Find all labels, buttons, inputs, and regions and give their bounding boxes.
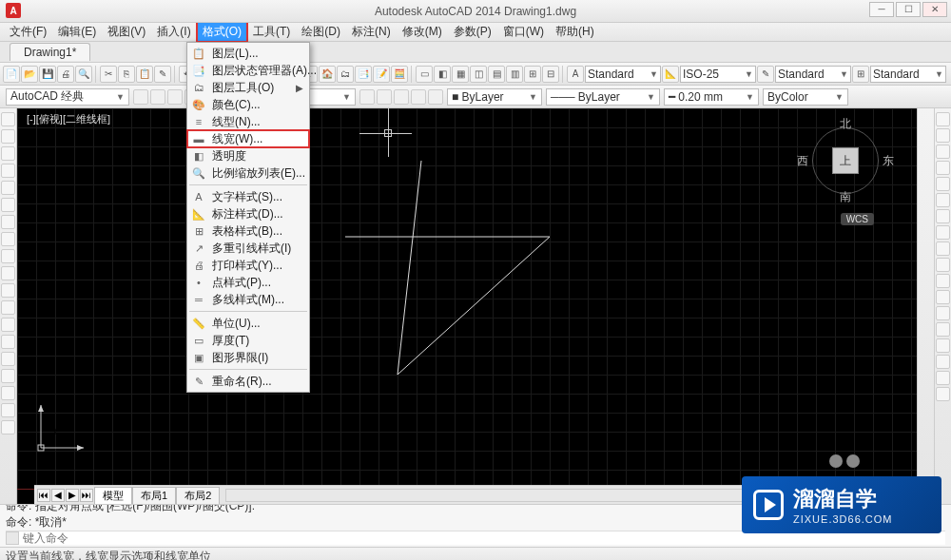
- minimize-button[interactable]: ─: [869, 2, 894, 17]
- rect-tool[interactable]: [1, 181, 15, 195]
- layer-icon[interactable]: [133, 89, 148, 105]
- join-tool[interactable]: [936, 306, 950, 320]
- wcs-badge[interactable]: WCS: [841, 213, 874, 225]
- match-button[interactable]: ✎: [154, 66, 171, 83]
- hatch-tool[interactable]: [1, 232, 15, 246]
- menu-item-打印样式[interactable]: 🖨打印样式(Y)...: [187, 257, 309, 274]
- view-cube-top[interactable]: 上: [832, 147, 859, 174]
- menu-item-颜色[interactable]: 🎨颜色(C)...: [187, 96, 309, 113]
- tool-15[interactable]: [1, 352, 15, 366]
- menu-参数[interactable]: 参数(P): [448, 22, 497, 42]
- menu-item-透明度[interactable]: ◧透明度: [187, 147, 309, 164]
- copy-button[interactable]: ⎘: [118, 66, 135, 83]
- menu-格式[interactable]: 格式(O): [197, 22, 247, 42]
- tool-f[interactable]: ▥: [506, 66, 523, 83]
- menu-文件[interactable]: 文件(F): [4, 22, 52, 42]
- menu-帮助[interactable]: 帮助(H): [550, 22, 600, 42]
- menu-item-多线样式[interactable]: ═多线样式(M)...: [187, 291, 309, 308]
- tool-18[interactable]: [1, 403, 15, 417]
- cut-button[interactable]: ✂: [100, 66, 117, 83]
- menu-item-重命名[interactable]: ✎重命名(R)...: [187, 373, 309, 390]
- tool-d[interactable]: ◫: [470, 66, 487, 83]
- command-input[interactable]: [23, 531, 945, 545]
- preview-button[interactable]: 🔍: [75, 66, 92, 83]
- rotate-tool[interactable]: [936, 209, 950, 223]
- document-tab[interactable]: Drawing1*: [10, 43, 90, 61]
- tool-19[interactable]: [1, 420, 15, 434]
- dim-style-combo[interactable]: ISO-25▼: [680, 66, 756, 83]
- menu-绘图[interactable]: 绘图(D): [296, 22, 346, 42]
- layout2-tab[interactable]: 布局2: [176, 487, 220, 504]
- markup-button[interactable]: 📝: [373, 66, 390, 83]
- tool-16[interactable]: [1, 369, 15, 383]
- tab-first[interactable]: ⏮: [37, 489, 50, 502]
- layer-tool-icon[interactable]: [394, 89, 409, 105]
- print-button[interactable]: 🖨: [57, 66, 74, 83]
- copy-tool[interactable]: [936, 128, 950, 143]
- mod-18[interactable]: [936, 387, 950, 401]
- drawing-canvas[interactable]: [-][俯视][二维线框] 北 南 东 西 上 WCS Y X: [17, 108, 917, 504]
- menu-item-文字样式[interactable]: A文字样式(S)...: [187, 188, 309, 205]
- designcenter-button[interactable]: 🏠: [319, 66, 336, 83]
- vertical-scrollbar[interactable]: [917, 108, 934, 504]
- layer-tool-icon[interactable]: [428, 89, 443, 105]
- menu-编辑[interactable]: 编辑(E): [52, 22, 102, 42]
- layer-tool-icon[interactable]: [377, 89, 392, 105]
- tab-next[interactable]: ▶: [66, 489, 79, 502]
- layout1-tab[interactable]: 布局1: [132, 487, 176, 504]
- text-combo-icon[interactable]: ✎: [757, 66, 774, 83]
- tool-17[interactable]: [1, 386, 15, 400]
- menu-插入[interactable]: 插入(I): [151, 22, 196, 42]
- layer-tool-icon[interactable]: [359, 89, 375, 105]
- arc-tool[interactable]: [1, 164, 15, 178]
- anno-style-combo[interactable]: Standard▼: [585, 66, 661, 83]
- mod-17[interactable]: [936, 371, 950, 385]
- layer-icon[interactable]: [167, 89, 183, 105]
- scale-tool[interactable]: [936, 225, 950, 240]
- text-style-combo[interactable]: Standard▼: [775, 66, 851, 83]
- text-style-icon[interactable]: A: [567, 66, 584, 83]
- tool-c[interactable]: ▦: [452, 66, 469, 83]
- palette-button[interactable]: 🗂: [337, 66, 354, 83]
- text-tool[interactable]: [1, 266, 15, 280]
- open-button[interactable]: 📂: [21, 66, 38, 83]
- workspace-combo[interactable]: AutoCAD 经典▼: [6, 88, 129, 106]
- spline-tool[interactable]: [1, 215, 15, 229]
- tab-last[interactable]: ⏭: [80, 489, 93, 502]
- line-tool[interactable]: [1, 112, 15, 126]
- layer-icon[interactable]: [150, 89, 165, 105]
- menu-item-点样式[interactable]: •点样式(P)...: [187, 274, 309, 291]
- model-tab[interactable]: 模型: [94, 487, 132, 504]
- menu-视图[interactable]: 视图(V): [102, 22, 151, 42]
- menu-item-图层[interactable]: 📋图层(L)...: [187, 45, 309, 62]
- tool-a[interactable]: ▭: [416, 66, 433, 83]
- tool-14[interactable]: [1, 335, 15, 349]
- table-tool[interactable]: [1, 300, 15, 315]
- layer-tool-icon[interactable]: [411, 89, 426, 105]
- tab-prev[interactable]: ◀: [51, 489, 65, 502]
- maximize-button[interactable]: ☐: [896, 2, 921, 17]
- menu-item-比例缩放列表[interactable]: 🔍比例缩放列表(E)...: [187, 164, 309, 182]
- ellipse-tool[interactable]: [1, 198, 15, 212]
- table-style-icon[interactable]: ⊞: [852, 66, 869, 83]
- menu-窗口[interactable]: 窗口(W): [497, 22, 550, 42]
- menu-item-多重引线样式[interactable]: ↗多重引线样式(I): [187, 240, 309, 257]
- tool-b[interactable]: ◧: [434, 66, 451, 83]
- menu-item-表格样式[interactable]: ⊞表格样式(B)...: [187, 222, 309, 240]
- viewport-label[interactable]: [-][俯视][二维线框]: [27, 112, 110, 126]
- erase-tool[interactable]: [936, 112, 950, 126]
- dim-style-icon[interactable]: 📐: [662, 66, 679, 83]
- menu-工具[interactable]: 工具(T): [247, 22, 296, 42]
- point-tool[interactable]: [1, 249, 15, 263]
- trim-tool[interactable]: [936, 258, 950, 272]
- new-button[interactable]: 📄: [3, 66, 20, 83]
- view-cube[interactable]: 北 南 东 西 上: [803, 118, 888, 203]
- menu-item-图层工具[interactable]: 🗂图层工具(O)▶: [187, 79, 309, 96]
- menu-item-线型[interactable]: ≡线型(N)...: [187, 113, 309, 130]
- plotstyle-combo[interactable]: ByColor▼: [763, 88, 848, 106]
- paste-button[interactable]: 📋: [136, 66, 153, 83]
- menu-item-图形界限[interactable]: ▣图形界限(I): [187, 349, 309, 366]
- fillet-tool[interactable]: [936, 338, 950, 353]
- move-tool[interactable]: [936, 193, 950, 207]
- break-tool[interactable]: [936, 290, 950, 304]
